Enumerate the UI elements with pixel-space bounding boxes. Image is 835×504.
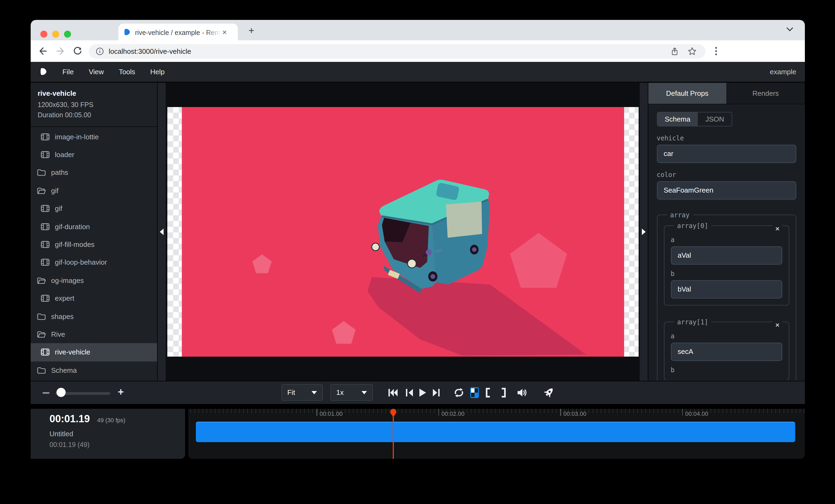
maximize-window-button[interactable] xyxy=(64,31,71,38)
props-body: Schema JSON vehicle car color SeaFoamGre… xyxy=(648,104,805,380)
fit-dropdown[interactable]: Fit xyxy=(281,384,323,401)
vehicle-field-input[interactable]: car xyxy=(657,144,796,163)
color-field-input[interactable]: SeaFoamGreen xyxy=(657,181,796,199)
sidebar-item-gif-duration[interactable]: gif-duration xyxy=(30,217,157,236)
collapse-panel-handle[interactable] xyxy=(639,83,648,381)
tab-default-props[interactable]: Default Props xyxy=(648,83,727,104)
sidebar-item-label: gif xyxy=(51,187,58,195)
share-icon[interactable] xyxy=(670,46,679,56)
sidebar-item-label: og-images xyxy=(51,276,84,285)
bookmark-star-icon[interactable] xyxy=(688,46,697,56)
menu-help[interactable]: Help xyxy=(150,68,165,76)
transparency-checkerboard-icon[interactable] xyxy=(470,387,479,398)
sidebar-folder-shapes[interactable]: shapes xyxy=(30,308,157,326)
menu-file[interactable]: File xyxy=(62,68,74,76)
tab-close-icon[interactable]: × xyxy=(222,28,227,36)
toggle-schema[interactable]: Schema xyxy=(657,112,698,126)
sidebar-item-expert[interactable]: expert xyxy=(30,289,157,308)
array-item-0-label: array[0] xyxy=(674,222,712,229)
browser-tab[interactable]: rive-vehicle / example - Remot × xyxy=(118,24,238,40)
sidebar-item-label: gif-fill-modes xyxy=(55,240,95,249)
play-button[interactable] xyxy=(418,388,427,398)
loop-icon[interactable] xyxy=(453,388,464,398)
url-text[interactable]: localhost:3000/rive-vehicle xyxy=(109,47,670,55)
tab-renders[interactable]: Renders xyxy=(727,83,805,104)
ruler-label: 00:03.00 xyxy=(563,411,587,417)
toggle-json[interactable]: JSON xyxy=(698,112,731,126)
sidebar-item-gif-fill-modes[interactable]: gif-fill-modes xyxy=(30,236,157,254)
preview-canvas-area xyxy=(158,83,648,381)
browser-menu-icon[interactable] xyxy=(715,47,717,56)
current-frame-label: 49 (30 fps) xyxy=(97,417,125,423)
sidebar-item-label: Rive xyxy=(51,330,65,338)
site-info-icon[interactable] xyxy=(95,46,104,56)
sidebar-folder-schema[interactable]: Schema xyxy=(30,361,157,379)
next-frame-button[interactable] xyxy=(432,388,441,398)
sidebar-item-image-in-lottie[interactable]: image-in-lottie xyxy=(30,128,157,146)
film-icon xyxy=(41,349,49,356)
forward-icon[interactable] xyxy=(56,46,65,56)
sidebar-item-label: gif-loop-behavior xyxy=(55,258,107,267)
film-icon xyxy=(41,205,49,212)
zoom-in-icon[interactable]: + xyxy=(118,386,124,398)
track-name[interactable]: Untitled xyxy=(49,430,185,438)
b-field-input[interactable]: bVal xyxy=(671,280,782,298)
tab-search-chevron-icon[interactable] xyxy=(787,27,793,32)
sidebar-folder-paths[interactable]: paths xyxy=(30,164,157,182)
sidebar-item-gif-loop-behavior[interactable]: gif-loop-behavior xyxy=(30,253,157,271)
folder-icon xyxy=(37,367,46,374)
compositions-sidebar: rive-vehicle 1200x630, 30 FPS Duration 0… xyxy=(30,83,158,381)
sidebar-item-label: loader xyxy=(55,151,74,159)
zoom-out-icon[interactable] xyxy=(42,392,49,394)
sidebar-folder-og-images[interactable]: og-images xyxy=(30,271,157,289)
timeline-ruler[interactable] xyxy=(188,409,805,416)
collapse-sidebar-handle[interactable] xyxy=(158,83,166,381)
menu-tools[interactable]: Tools xyxy=(119,68,135,76)
sidebar-folder-rive[interactable]: Rive xyxy=(30,326,157,343)
reload-icon[interactable] xyxy=(73,46,82,56)
a-field-input[interactable]: secA xyxy=(671,342,782,361)
remove-array-item-button[interactable]: × xyxy=(773,225,782,233)
props-panel: Default Props Renders Schema JSON vehicl… xyxy=(648,83,805,381)
speed-dropdown-value: 1x xyxy=(336,388,344,396)
back-icon[interactable] xyxy=(38,46,48,56)
sidebar-item-loader[interactable]: loader xyxy=(30,146,157,164)
remove-array-item-button[interactable]: × xyxy=(773,321,782,329)
film-icon xyxy=(41,151,49,158)
close-window-button[interactable] xyxy=(40,31,47,38)
timeline-panel: 00:01.00 00:02.00 00:03.00 00:04.00 xyxy=(188,409,805,459)
sidebar-item-gif[interactable]: gif xyxy=(30,200,157,217)
sidebar-folder-gif[interactable]: gif xyxy=(30,182,157,200)
minimize-window-button[interactable] xyxy=(52,31,59,38)
ruler-tick xyxy=(682,409,683,416)
previous-frame-button[interactable] xyxy=(405,388,414,398)
volume-icon[interactable] xyxy=(517,388,527,398)
chevron-down-icon xyxy=(311,391,317,394)
array-item-0-fieldset: array[0] × a aVal b bVal xyxy=(664,222,789,305)
vehicle-animation xyxy=(167,107,639,357)
url-bar[interactable]: localhost:3000/rive-vehicle xyxy=(89,44,705,58)
playback-toolbar: + Fit 1x xyxy=(30,381,805,404)
color-field-label: color xyxy=(657,171,796,178)
new-tab-button[interactable]: + xyxy=(248,25,254,37)
in-point-icon[interactable] xyxy=(485,388,491,398)
array-item-1-fieldset: array[1] × a secA b xyxy=(664,318,789,380)
composition-duration: Duration 00:05.00 xyxy=(38,111,150,119)
menu-view[interactable]: View xyxy=(89,68,104,76)
jump-to-start-button[interactable] xyxy=(388,388,398,398)
speed-dropdown[interactable]: 1x xyxy=(330,384,373,401)
app-menu-bar: File View Tools Help example xyxy=(30,62,805,82)
a-field-input[interactable]: aVal xyxy=(671,246,782,265)
playhead-pin[interactable] xyxy=(390,409,396,417)
composition-preview[interactable] xyxy=(167,107,639,357)
film-icon xyxy=(41,295,49,302)
out-point-icon[interactable] xyxy=(500,388,507,398)
timeline-track-bar[interactable] xyxy=(196,422,795,442)
sidebar-item-rive-vehicle[interactable]: rive-vehicle xyxy=(30,343,157,361)
sidebar-item-label: Schema xyxy=(51,366,77,374)
b-field-label: b xyxy=(671,366,782,374)
render-rocket-icon[interactable] xyxy=(543,387,555,399)
ruler-tick xyxy=(438,409,439,416)
remotion-logo-icon[interactable] xyxy=(40,67,47,76)
zoom-slider-knob[interactable] xyxy=(57,388,66,397)
